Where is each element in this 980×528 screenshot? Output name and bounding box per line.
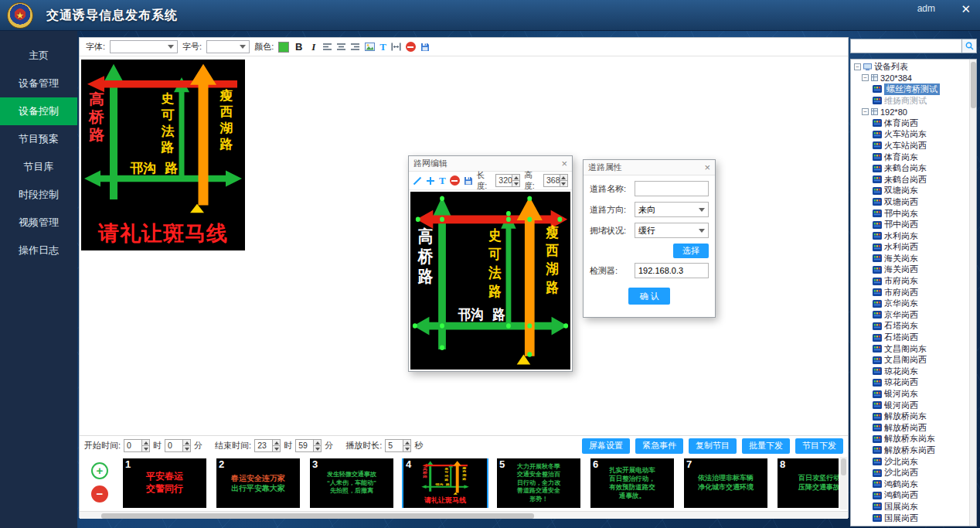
sidebar-item-3[interactable]: 节目预案 xyxy=(0,125,77,153)
device-item[interactable]: 琼花岗西 xyxy=(884,376,918,388)
sidebar-item-7[interactable]: 操作日志 xyxy=(0,237,77,264)
emergency-event-button[interactable]: 紧急事件 xyxy=(635,438,683,454)
tree-group-label[interactable]: 320*384 xyxy=(880,73,912,83)
device-item[interactable]: 解放桥东岗东 xyxy=(884,433,935,445)
spinner-arrows[interactable] xyxy=(512,175,519,186)
device-item[interactable]: 沙北岗东 xyxy=(884,456,918,468)
playlist-item-6[interactable]: 6扎实开展电动车百日整治行动，有效预防道路交通事故。 xyxy=(590,458,674,508)
spinner-arrows[interactable] xyxy=(182,440,190,451)
sidebar-item-2[interactable]: 设备控制 xyxy=(0,97,77,125)
device-item[interactable]: 石塔岗西 xyxy=(884,332,918,343)
device-item[interactable]: 银河岗东 xyxy=(884,388,918,400)
device-item[interactable]: 文昌阁岗西 xyxy=(884,354,927,366)
end-hour-spinner[interactable]: 23 xyxy=(254,439,281,452)
device-item[interactable]: 水利岗西 xyxy=(884,241,918,253)
road-direction-select[interactable]: 来向 xyxy=(635,202,709,217)
led-screen-preview[interactable]: 高桥路史可法路瘦西湖路邗沟路 请礼让斑马线 xyxy=(81,60,245,250)
draw-road-icon[interactable] xyxy=(413,176,422,186)
device-item[interactable]: 解放桥岗西 xyxy=(884,422,927,434)
device-item[interactable]: 银河岗西 xyxy=(884,400,918,411)
save-icon[interactable] xyxy=(420,43,430,52)
italic-button[interactable]: I xyxy=(308,41,318,53)
playlist-scrollbar[interactable] xyxy=(840,457,847,509)
device-item[interactable]: 京华岗东 xyxy=(884,298,918,309)
close-icon[interactable]: × xyxy=(704,162,710,173)
batch-send-button[interactable]: 批量下发 xyxy=(742,438,790,454)
playlist-item-7[interactable]: 7依法治理非标车辆净化城市交通环境 xyxy=(684,458,767,508)
device-item[interactable]: 体育岗东 xyxy=(884,152,918,163)
road-name-input[interactable] xyxy=(635,181,709,196)
spinner-arrows[interactable] xyxy=(403,440,410,451)
remove-program-button[interactable]: − xyxy=(91,485,108,502)
device-item[interactable]: 邗中岗西 xyxy=(884,219,918,230)
start-hour-spinner[interactable]: 0 xyxy=(124,439,150,452)
device-item[interactable]: 鸿鹤岗西 xyxy=(884,489,918,501)
device-item[interactable]: 海关岗东 xyxy=(884,253,918,264)
device-item[interactable]: 鸿鹤岗东 xyxy=(884,479,918,490)
playlist-item-8[interactable]: 8百日攻坚行动压降交通事故 xyxy=(778,458,839,508)
scrollbar-thumb[interactable] xyxy=(841,458,846,475)
device-item[interactable]: 火车站岗西 xyxy=(884,140,927,152)
bold-button[interactable]: B xyxy=(294,41,304,53)
device-item[interactable]: 维扬商测试 xyxy=(884,95,927,107)
copy-program-button[interactable]: 复制节目 xyxy=(689,438,737,454)
device-item[interactable]: 体育岗西 xyxy=(884,118,918,129)
tree-root-label[interactable]: 设备列表 xyxy=(874,61,908,73)
playlist-item-2[interactable]: 2春运安全连万家出行平安靠大家 xyxy=(216,458,300,508)
device-item[interactable]: 来鹤台岗东 xyxy=(884,162,927,174)
tree-scrollbar[interactable] xyxy=(969,60,976,526)
delete-icon[interactable] xyxy=(406,42,416,52)
road-network-canvas[interactable]: 高桥路史可法路瘦西湖路邗沟路 xyxy=(410,192,570,370)
device-item[interactable]: 京华岗西 xyxy=(884,309,918,321)
spinner-arrows[interactable] xyxy=(313,440,321,451)
device-item[interactable]: 螺丝湾桥测试 xyxy=(884,83,940,95)
device-item[interactable]: 海关岗西 xyxy=(884,264,918,275)
device-search-input[interactable] xyxy=(850,39,962,53)
spinner-arrows[interactable] xyxy=(141,440,149,451)
select-detector-button[interactable]: 选择 xyxy=(673,244,709,258)
user-name[interactable]: adm xyxy=(917,3,935,14)
device-item[interactable]: 市府岗西 xyxy=(884,287,918,298)
align-right-icon[interactable] xyxy=(351,43,360,51)
window-close-button[interactable]: ✕ xyxy=(961,2,971,16)
duration-spinner[interactable]: 5 xyxy=(385,439,411,452)
device-item[interactable]: 火车站岗东 xyxy=(884,128,927,140)
device-item[interactable]: 石塔岗东 xyxy=(884,320,918,332)
image-icon[interactable] xyxy=(365,43,375,51)
scrollbar-thumb[interactable] xyxy=(971,62,976,108)
height-spinner[interactable]: 368 xyxy=(543,174,568,187)
device-item[interactable]: 邗中岗东 xyxy=(884,208,918,220)
align-center-icon[interactable] xyxy=(337,43,346,51)
dialog-titlebar[interactable]: 道路属性 × xyxy=(584,160,715,175)
font-color-swatch[interactable] xyxy=(278,42,289,53)
sidebar-item-1[interactable]: 设备管理 xyxy=(0,70,77,97)
device-item[interactable]: 来鹤台岗西 xyxy=(884,174,927,186)
detector-input[interactable] xyxy=(635,263,709,278)
device-item[interactable]: 解放桥东岗西 xyxy=(884,445,935,456)
delete-icon[interactable] xyxy=(450,175,460,186)
program-send-button[interactable]: 节目下发 xyxy=(795,438,843,454)
playlist-item-1[interactable]: 1平安春运交警同行 xyxy=(123,458,206,508)
device-item[interactable]: 国展岗西 xyxy=(884,513,918,524)
congestion-select[interactable]: 缓行 xyxy=(635,223,709,238)
tree-expander-icon[interactable]: − xyxy=(862,74,869,81)
save-icon[interactable] xyxy=(464,176,473,186)
fit-width-icon[interactable] xyxy=(391,43,401,51)
font-size-select[interactable] xyxy=(206,40,250,53)
screen-settings-button[interactable]: 屏幕设置 xyxy=(582,438,630,454)
length-spinner[interactable]: 320 xyxy=(495,174,520,187)
sidebar-item-0[interactable]: 主页 xyxy=(0,42,77,70)
device-item[interactable]: 国展岗东 xyxy=(884,501,918,513)
scrollbar-thumb[interactable] xyxy=(101,513,534,519)
sidebar-item-4[interactable]: 节目库 xyxy=(0,153,77,181)
end-minute-spinner[interactable]: 59 xyxy=(295,439,322,452)
sidebar-item-6[interactable]: 视频管理 xyxy=(0,209,77,237)
device-item[interactable]: 解放桥岗东 xyxy=(884,410,927,422)
add-program-button[interactable]: + xyxy=(91,462,108,479)
device-item[interactable]: 双塘岗东 xyxy=(884,185,918,196)
device-item[interactable]: 市府岗东 xyxy=(884,275,918,287)
text-tool-icon[interactable]: T xyxy=(379,41,386,53)
device-item[interactable]: 沙北岗西 xyxy=(884,467,918,479)
device-item[interactable]: 琼花岗东 xyxy=(884,366,918,377)
playlist-item-5[interactable]: 5大力开展秋冬季交通安全整治百日行动，全力改善道路交通安全形势！ xyxy=(497,458,580,508)
